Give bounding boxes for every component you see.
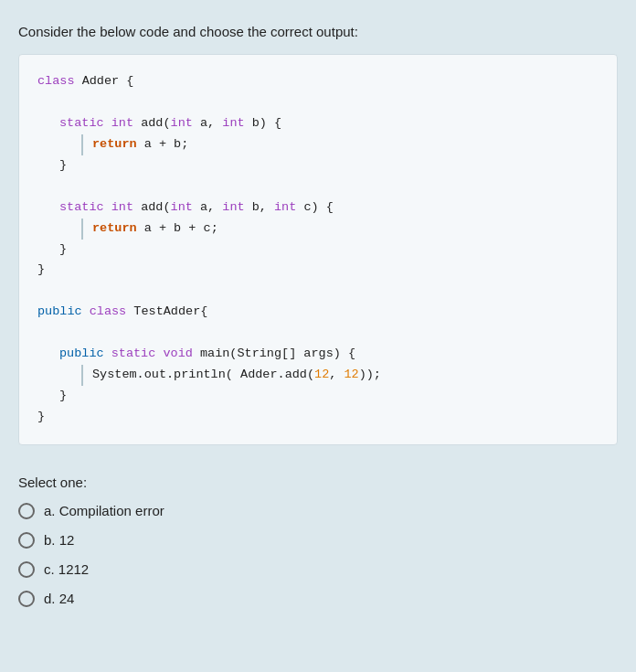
code-line-l2 <box>37 92 599 113</box>
code-line-l17: } <box>37 407 599 428</box>
code-line-l13 <box>37 323 599 344</box>
code-line-l6 <box>37 176 599 197</box>
code-line-l4: return a + b; <box>37 134 599 155</box>
select-label: Select one: <box>18 475 618 490</box>
code-line-l9: } <box>37 240 599 261</box>
code-line-l8: return a + b + c; <box>37 219 599 240</box>
opt-b-radio[interactable] <box>18 532 35 549</box>
options-container: a. Compilation errorb. 12c. 1212d. 24 <box>18 503 618 607</box>
code-block: class Adder { static int add(int a, int … <box>18 54 618 445</box>
code-line-l1: class Adder { <box>37 71 599 92</box>
opt-a-label: a. Compilation error <box>44 503 164 518</box>
opt-d[interactable]: d. 24 <box>18 591 618 607</box>
code-line-l12: public class TestAdder{ <box>37 302 599 323</box>
opt-b-label: b. 12 <box>44 532 74 548</box>
code-line-l5: } <box>37 155 599 176</box>
code-line-l16: } <box>37 386 599 407</box>
code-line-l14: public static void main(String[] args) { <box>37 344 599 365</box>
code-line-l15: System.out.println( Adder.add(12, 12)); <box>37 365 599 386</box>
code-line-l7: static int add(int a, int b, int c) { <box>37 197 599 219</box>
opt-d-radio[interactable] <box>18 591 35 607</box>
opt-c[interactable]: c. 1212 <box>18 561 618 578</box>
code-line-l11 <box>37 281 599 302</box>
opt-c-label: c. 1212 <box>44 561 89 577</box>
code-line-l10: } <box>37 260 599 281</box>
opt-c-radio[interactable] <box>18 561 35 578</box>
opt-a[interactable]: a. Compilation error <box>18 503 618 519</box>
opt-b[interactable]: b. 12 <box>18 532 618 549</box>
code-line-l3: static int add(int a, int b) { <box>37 113 599 134</box>
question-text: Consider the below code and choose the c… <box>18 22 618 41</box>
opt-d-label: d. 24 <box>44 591 74 606</box>
opt-a-radio[interactable] <box>18 503 35 519</box>
